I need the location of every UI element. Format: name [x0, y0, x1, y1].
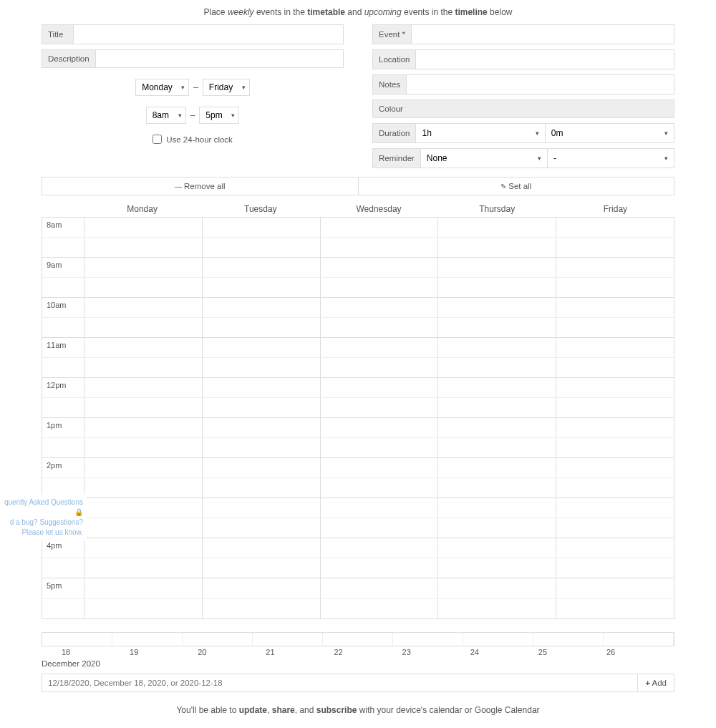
timetable-cell[interactable] [202, 438, 320, 457]
timetable-cell[interactable] [84, 599, 202, 619]
timetable-cell[interactable] [437, 578, 556, 598]
timetable-cell[interactable] [437, 278, 556, 297]
timetable-cell[interactable] [84, 378, 202, 397]
timetable-cell[interactable] [202, 599, 320, 619]
timetable-cell[interactable] [556, 258, 674, 277]
timetable-cell[interactable] [556, 438, 674, 457]
timetable-cell[interactable] [556, 498, 674, 518]
timetable-cell[interactable] [437, 298, 556, 317]
timetable-cell[interactable] [320, 578, 438, 598]
timetable-cell[interactable] [84, 338, 202, 357]
timetable-cell[interactable] [437, 358, 556, 377]
timetable-cell[interactable] [202, 498, 320, 518]
notes-input[interactable] [407, 75, 674, 94]
timetable-cell[interactable] [202, 218, 320, 237]
timetable-cell[interactable] [202, 418, 320, 437]
set-all-button[interactable]: ✎Set all [359, 178, 674, 195]
timetable-cell[interactable] [320, 218, 438, 237]
timeline-day[interactable]: 22 [334, 646, 402, 658]
add-date-button[interactable]: + Add [637, 674, 674, 691]
timetable-cell[interactable] [84, 438, 202, 457]
timetable-cell[interactable] [320, 378, 438, 397]
timetable-cell[interactable] [202, 578, 320, 598]
timetable-cell[interactable] [437, 438, 556, 457]
timetable-cell[interactable] [202, 518, 320, 538]
timetable-cell[interactable] [437, 218, 556, 237]
timetable-cell[interactable] [556, 298, 674, 317]
timetable-cell[interactable] [437, 458, 556, 477]
timetable-cell[interactable] [202, 398, 320, 417]
day-to-select[interactable]: Friday [203, 79, 250, 96]
timetable-cell[interactable] [320, 278, 438, 297]
timetable-cell[interactable] [556, 398, 674, 417]
timetable-cell[interactable] [556, 578, 674, 598]
event-input[interactable] [412, 25, 674, 44]
timetable-cell[interactable] [84, 298, 202, 317]
timetable-cell[interactable] [202, 358, 320, 377]
faq-link[interactable]: quently Asked Questions [3, 498, 83, 508]
title-input[interactable] [74, 25, 343, 44]
timetable-cell[interactable] [202, 558, 320, 578]
timetable-cell[interactable] [84, 478, 202, 498]
duration-hours-select[interactable]: 1h [416, 124, 544, 142]
timetable-cell[interactable] [556, 318, 674, 337]
timetable-cell[interactable] [84, 418, 202, 437]
timetable-cell[interactable] [556, 358, 674, 377]
timetable-cell[interactable] [437, 238, 556, 257]
timetable-cell[interactable] [84, 278, 202, 297]
timetable-cell[interactable] [320, 599, 438, 619]
timetable-cell[interactable] [556, 518, 674, 538]
timetable-cell[interactable] [320, 418, 438, 437]
timetable-cell[interactable] [556, 218, 674, 237]
timetable-cell[interactable] [84, 398, 202, 417]
timetable-cell[interactable] [320, 398, 438, 417]
timetable-cell[interactable] [320, 498, 438, 518]
timetable-cell[interactable] [437, 478, 556, 498]
timetable-cell[interactable] [556, 538, 674, 558]
timetable-cell[interactable] [437, 599, 556, 619]
24h-checkbox[interactable] [153, 135, 162, 144]
timetable-cell[interactable] [556, 238, 674, 257]
timetable-cell[interactable] [84, 358, 202, 377]
timetable-cell[interactable] [320, 238, 438, 257]
timetable-cell[interactable] [320, 298, 438, 317]
timetable-cell[interactable] [84, 538, 202, 558]
timetable-cell[interactable] [437, 338, 556, 357]
timetable-cell[interactable] [202, 298, 320, 317]
timetable-cell[interactable] [320, 318, 438, 337]
timetable-cell[interactable] [437, 258, 556, 277]
timetable-cell[interactable] [320, 338, 438, 357]
timetable-cell[interactable] [202, 278, 320, 297]
timetable-cell[interactable] [84, 258, 202, 277]
timetable-cell[interactable] [84, 458, 202, 477]
timetable-cell[interactable] [320, 558, 438, 578]
reminder-select[interactable]: None [421, 149, 547, 168]
timetable-cell[interactable] [437, 518, 556, 538]
timetable-cell[interactable] [202, 458, 320, 477]
timetable-cell[interactable] [202, 378, 320, 397]
reminder-mode-select[interactable]: - [548, 149, 674, 168]
timetable-cell[interactable] [84, 318, 202, 337]
timeline-day[interactable]: 20 [198, 646, 266, 658]
timetable-cell[interactable] [556, 278, 674, 297]
timetable-cell[interactable] [556, 458, 674, 477]
timetable-cell[interactable] [202, 238, 320, 257]
timetable-cell[interactable] [320, 478, 438, 498]
timeline-day[interactable]: 25 [538, 646, 606, 658]
timetable-cell[interactable] [84, 578, 202, 598]
duration-mins-select[interactable]: 0m [546, 124, 674, 142]
timetable-cell[interactable] [437, 418, 556, 437]
timetable-cell[interactable] [437, 558, 556, 578]
location-input[interactable] [416, 50, 674, 69]
timetable-cell[interactable] [556, 418, 674, 437]
timetable-cell[interactable] [437, 538, 556, 558]
timetable-cell[interactable] [84, 558, 202, 578]
timetable-cell[interactable] [84, 238, 202, 257]
timetable-cell[interactable] [320, 538, 438, 558]
timetable-cell[interactable] [556, 478, 674, 498]
bug-link[interactable]: d a bug? Suggestions? [3, 518, 83, 528]
timeline-day[interactable]: 24 [470, 646, 538, 658]
colour-picker[interactable]: Colour [372, 100, 674, 118]
time-to-select[interactable]: 5pm [199, 107, 239, 124]
timeline-day[interactable]: 21 [266, 646, 334, 658]
